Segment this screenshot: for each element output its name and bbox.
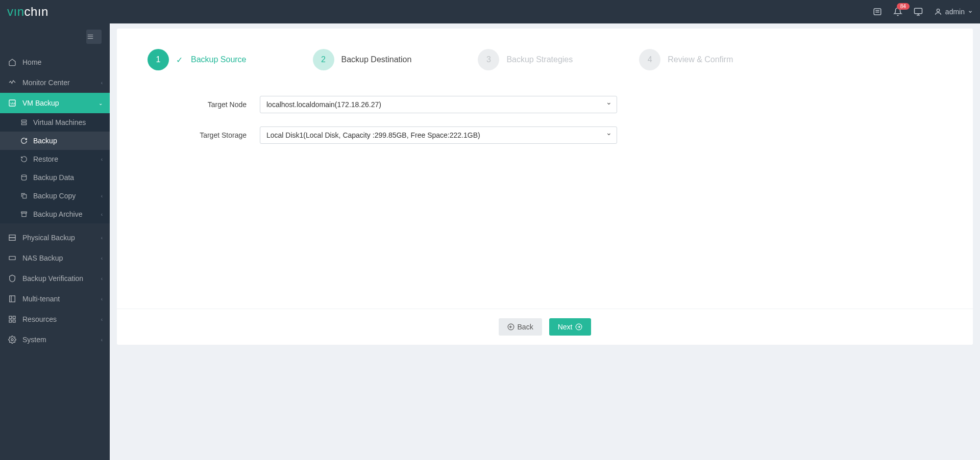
next-label: Next: [558, 323, 573, 331]
sidebar-item-home[interactable]: Home: [0, 52, 110, 72]
svg-rect-21: [10, 296, 15, 302]
panel-footer: Back Next: [117, 309, 973, 345]
sidebar-item-label: Backup Copy: [33, 192, 76, 200]
sidebar-item-physical-backup[interactable]: Physical Backup ‹: [0, 227, 110, 248]
refresh-icon: [20, 137, 28, 145]
chevron-left-icon: ‹: [101, 80, 103, 86]
target-storage-label: Target Storage: [148, 131, 260, 139]
step-label: Backup Source: [191, 55, 247, 64]
chevron-left-icon: ‹: [101, 276, 103, 282]
svg-rect-26: [13, 320, 15, 322]
logo-part1: vın: [7, 5, 24, 18]
hamburger-icon[interactable]: [86, 30, 102, 44]
user-name: admin: [945, 8, 965, 16]
svg-rect-19: [9, 238, 15, 240]
sidebar-item-label: Resources: [22, 315, 57, 323]
svg-rect-15: [23, 195, 27, 198]
sidebar-item-vm-backup[interactable]: VM VM Backup ⌄: [0, 93, 110, 113]
chevron-left-icon: ‹: [101, 212, 103, 217]
step-number: 3: [478, 49, 499, 70]
sidebar-sub-backup[interactable]: Backup: [0, 132, 110, 150]
logo: vınchın: [7, 5, 48, 19]
chevron-left-icon: ‹: [101, 157, 103, 162]
step-number: 2: [313, 49, 334, 70]
sidebar-item-label: Backup Archive: [33, 210, 83, 218]
copy-icon: [20, 192, 28, 200]
database-icon: [20, 174, 28, 182]
home-icon: [8, 58, 16, 66]
bell-icon[interactable]: 84: [893, 7, 902, 16]
wizard-step-4[interactable]: 4 Review & Confirm: [639, 49, 733, 70]
sidebar-item-label: Multi-tenant: [22, 295, 60, 303]
sidebar-item-resources[interactable]: Resources ‹: [0, 309, 110, 329]
target-storage-select[interactable]: Local Disk1(Local Disk, Capacity :299.85…: [260, 126, 617, 144]
svg-rect-23: [9, 316, 12, 319]
sidebar-item-label: Monitor Center: [22, 79, 70, 87]
nas-icon: [8, 254, 16, 262]
svg-point-27: [11, 339, 13, 341]
tenant-icon: [8, 295, 16, 303]
check-icon: ✓: [176, 55, 183, 65]
header-icons: 84 admin: [873, 7, 973, 16]
wizard-step-3[interactable]: 3 Backup Strategies: [478, 49, 573, 70]
sidebar-item-monitor[interactable]: Monitor Center ‹: [0, 72, 110, 93]
svg-rect-17: [22, 213, 26, 217]
wizard-step-1[interactable]: 1 ✓ Backup Source: [148, 49, 247, 70]
user-menu[interactable]: admin: [934, 8, 973, 16]
target-node-label: Target Node: [148, 100, 260, 109]
shield-icon: [8, 274, 16, 283]
sidebar-item-label: Physical Backup: [22, 234, 75, 242]
sidebar-item-backup-verification[interactable]: Backup Verification ‹: [0, 268, 110, 289]
arrow-left-icon: [507, 323, 514, 330]
sidebar-sub-backup-archive[interactable]: Backup Archive ‹: [0, 205, 110, 223]
sidebar-item-nas-backup[interactable]: NAS Backup ‹: [0, 248, 110, 268]
restore-icon: [20, 156, 28, 163]
back-label: Back: [518, 323, 533, 331]
back-button[interactable]: Back: [499, 318, 542, 336]
sidebar-submenu: Virtual Machines Backup Restore ‹ Backup…: [0, 113, 110, 223]
sidebar-item-label: Backup: [33, 137, 57, 145]
grid-icon: [8, 315, 16, 323]
svg-rect-13: [21, 123, 26, 125]
chevron-down-icon: [968, 9, 973, 14]
sidebar-sub-restore[interactable]: Restore ‹: [0, 150, 110, 168]
step-label: Backup Strategies: [506, 55, 573, 64]
chevron-left-icon: ‹: [101, 296, 103, 302]
sidebar-sub-backup-data[interactable]: Backup Data: [0, 168, 110, 187]
sidebar-item-label: System: [22, 336, 46, 344]
display-icon[interactable]: [914, 7, 923, 16]
svg-rect-18: [9, 235, 15, 238]
sidebar-sub-backup-copy[interactable]: Backup Copy ‹: [0, 187, 110, 205]
next-button[interactable]: Next: [549, 318, 592, 336]
sidebar-sub-virtual-machines[interactable]: Virtual Machines: [0, 113, 110, 132]
svg-rect-25: [9, 320, 12, 322]
step-number: 1: [148, 49, 169, 70]
sidebar-toggle-row: [0, 23, 110, 52]
sidebar-item-system[interactable]: System ‹: [0, 329, 110, 350]
step-label: Backup Destination: [341, 55, 412, 64]
list-icon[interactable]: [873, 7, 882, 16]
sidebar-item-label: Backup Data: [33, 173, 74, 182]
gear-icon: [8, 336, 16, 344]
svg-rect-3: [914, 8, 922, 14]
arrow-right-icon: [575, 323, 582, 330]
form-row-target-storage: Target Storage Local Disk1(Local Disk, C…: [148, 126, 942, 144]
wizard-step-2[interactable]: 2 Backup Destination: [313, 49, 412, 70]
svg-rect-24: [13, 316, 15, 319]
chevron-left-icon: ‹: [101, 317, 103, 322]
wizard-steps: 1 ✓ Backup Source 2 Backup Destination 3…: [148, 49, 942, 70]
archive-icon: [20, 211, 28, 218]
sidebar-item-label: Virtual Machines: [33, 118, 86, 126]
notification-badge: 84: [897, 3, 910, 10]
svg-rect-20: [9, 257, 15, 260]
chevron-down-icon: ⌄: [99, 100, 103, 106]
sidebar-item-multi-tenant[interactable]: Multi-tenant ‹: [0, 289, 110, 309]
sidebar-item-label: VM Backup: [22, 99, 59, 107]
sidebar: Home Monitor Center ‹ VM VM Backup ⌄ Vir…: [0, 23, 110, 460]
target-node-select[interactable]: localhost.localdomain(172.18.26.27): [260, 96, 617, 113]
logo-part2: chın: [24, 5, 48, 18]
wizard-panel: 1 ✓ Backup Source 2 Backup Destination 3…: [117, 29, 973, 345]
chevron-left-icon: ‹: [101, 255, 103, 261]
chevron-left-icon: ‹: [101, 235, 103, 241]
svg-rect-12: [21, 120, 26, 122]
